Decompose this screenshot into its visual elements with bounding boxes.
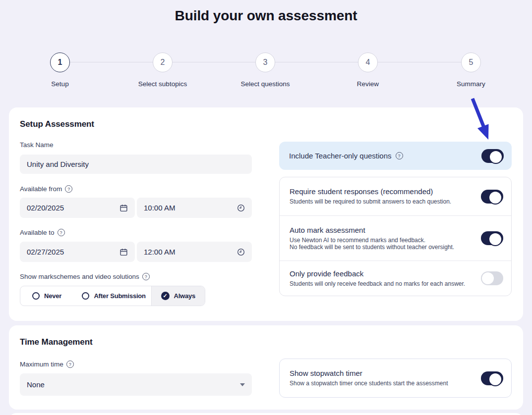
stopwatch-description: Show a stopwatch timer once students sta… [290, 380, 476, 387]
step-label-summary: Summary [416, 80, 526, 88]
clock-icon[interactable] [237, 204, 245, 212]
step-circle-setup[interactable]: 1 [50, 52, 70, 72]
calendar-icon[interactable] [119, 248, 128, 257]
auto-mark-description2: No feedback will be sent to students wit… [290, 244, 476, 251]
markschemes-label: Show markschemes and video solutions ? [20, 273, 150, 280]
maximum-time-label: Maximum time ? [20, 361, 74, 368]
only-feedback-description: Students will only receive feedback and … [290, 280, 476, 288]
available-from-date-input[interactable]: 02/20/2025 [20, 198, 135, 218]
maximum-time-select[interactable]: None [20, 373, 252, 396]
markschemes-help-icon[interactable]: ? [142, 273, 150, 280]
require-responses-toggle[interactable] [481, 190, 503, 204]
radio-option-always[interactable]: ✓ Always [151, 286, 205, 306]
assessment-options-group: Require student responses (recommended) … [279, 177, 512, 296]
step-label-select-subtopics: Select subtopics [108, 80, 217, 88]
available-to-date-input[interactable]: 02/27/2025 [20, 242, 135, 262]
clock-icon[interactable] [237, 248, 245, 256]
chevron-down-icon [240, 383, 245, 386]
stopwatch-title: Show stopwatch timer [290, 369, 476, 377]
require-responses-title: Require student responses (recommended) [290, 187, 476, 196]
step-label-review: Review [313, 80, 422, 88]
teacher-only-help-icon[interactable]: ? [396, 152, 403, 159]
maximum-time-help-icon[interactable]: ? [66, 361, 74, 368]
setup-card-title: Setup Assessment [20, 119, 94, 129]
step-circle-select-subtopics[interactable]: 2 [153, 52, 173, 72]
only-feedback-toggle[interactable] [481, 271, 503, 285]
setup-assessment-card: Setup Assessment Task Name Unity and Div… [9, 107, 523, 321]
time-card-title: Time Management [20, 337, 93, 347]
available-from-time-input[interactable]: 10:00 AM [137, 198, 252, 218]
pointer-arrow [464, 96, 494, 143]
only-feedback-row: Only provide feedback Students will only… [280, 260, 511, 296]
auto-mark-title: Auto mark assessment [290, 226, 476, 234]
radio-option-never[interactable]: Never [20, 286, 82, 306]
require-responses-row: Require student responses (recommended) … [280, 177, 511, 215]
stopwatch-toggle[interactable] [481, 371, 503, 385]
require-responses-description: Students will be required to submit answ… [290, 198, 476, 206]
step-circle-summary[interactable]: 5 [461, 52, 481, 72]
auto-mark-toggle[interactable] [481, 231, 503, 245]
radio-icon [32, 292, 40, 300]
task-name-label: Task Name [20, 141, 54, 149]
auto-mark-row: Auto mark assessment Use Newton AI to re… [280, 215, 511, 260]
check-icon: ✓ [161, 292, 170, 300]
available-from-label: Available from ? [20, 185, 72, 193]
stepper: 1 2 3 4 5 Setup Select subtopics Select … [0, 0, 532, 99]
task-name-input[interactable]: Unity and Diversity [20, 155, 252, 174]
radio-icon [82, 292, 89, 300]
teacher-only-questions-row: Include Teacher-only questions ? [279, 142, 512, 170]
step-circle-review[interactable]: 4 [358, 52, 378, 72]
only-feedback-title: Only provide feedback [290, 269, 476, 278]
stopwatch-timer-row: Show stopwatch timer Show a stopwatch ti… [279, 359, 512, 398]
available-to-help-icon[interactable]: ? [58, 229, 65, 236]
available-from-help-icon[interactable]: ? [65, 185, 72, 193]
next-card-partial [9, 413, 523, 415]
available-to-time-input[interactable]: 12:00 AM [137, 242, 252, 262]
auto-mark-description: Use Newton AI to recommend marks and fee… [290, 237, 476, 244]
step-label-setup: Setup [5, 80, 115, 88]
teacher-only-toggle[interactable] [481, 149, 504, 163]
step-circle-select-questions[interactable]: 3 [255, 52, 275, 72]
step-label-select-questions: Select questions [211, 80, 320, 88]
teacher-only-label: Include Teacher-only questions ? [289, 152, 481, 160]
radio-option-after-submission[interactable]: After Submission [82, 286, 151, 306]
calendar-icon[interactable] [119, 204, 128, 212]
time-management-card: Time Management Maximum time ? None Show… [9, 325, 523, 410]
available-to-label: Available to ? [20, 229, 65, 236]
markschemes-radio-group: Never After Submission ✓ Always [20, 286, 205, 306]
